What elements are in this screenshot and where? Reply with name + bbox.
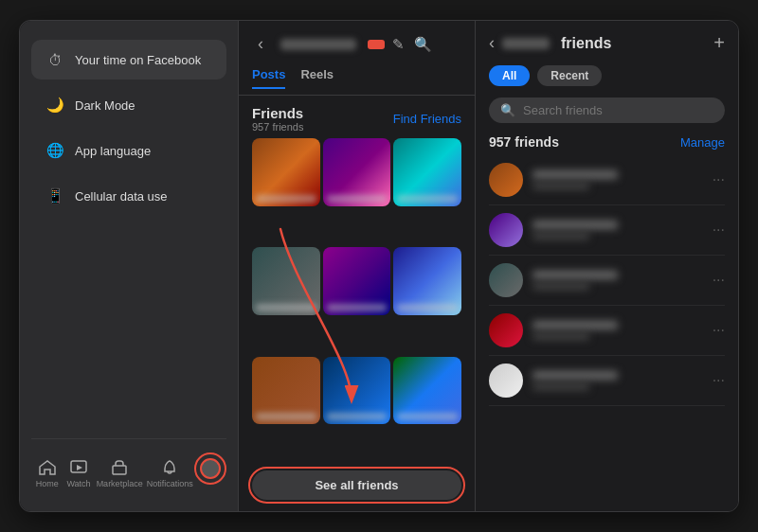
list-item[interactable]: ··· bbox=[489, 356, 725, 406]
friend-cell-name-1 bbox=[256, 195, 316, 203]
friend-cell-5[interactable] bbox=[323, 247, 391, 315]
back-button[interactable]: ‹ bbox=[252, 32, 269, 56]
friend-cell-name-9 bbox=[397, 413, 458, 420]
settings-item-label: Dark Mode bbox=[75, 98, 135, 113]
settings-item-label: App language bbox=[75, 144, 151, 158]
home-icon bbox=[36, 458, 59, 477]
nav-notifications-label: Notifications bbox=[147, 479, 193, 488]
friend-sub-blur bbox=[532, 283, 589, 290]
profile-icon-wrapper bbox=[200, 458, 221, 479]
nav-home[interactable]: Home bbox=[31, 454, 63, 492]
friend-name-blur bbox=[532, 170, 618, 179]
bottom-nav: Home Watch Marketplace bbox=[31, 438, 226, 492]
settings-item-label: Cellular data use bbox=[75, 189, 168, 204]
friend-info bbox=[532, 271, 703, 290]
filter-tab-recent[interactable]: Recent bbox=[537, 65, 602, 86]
profile-red-bar bbox=[368, 40, 385, 49]
nav-marketplace-label: Marketplace bbox=[97, 479, 143, 488]
list-item[interactable]: ··· bbox=[489, 205, 725, 256]
friend-name-blur bbox=[532, 321, 618, 329]
search-icon[interactable]: 🔍 bbox=[414, 36, 432, 53]
friends-section-header: Friends 957 friends Find Friends bbox=[239, 96, 475, 138]
more-icon[interactable]: ··· bbox=[713, 272, 725, 289]
friend-cell-2[interactable] bbox=[323, 138, 391, 206]
nav-notifications[interactable]: Notifications bbox=[145, 454, 195, 492]
friend-cell-6[interactable] bbox=[393, 247, 461, 315]
friend-cell-name-4 bbox=[256, 304, 316, 311]
friends-list-header: ‹ friends + bbox=[476, 21, 738, 62]
profile-tabs: Posts Reels bbox=[239, 62, 475, 96]
search-friends-input[interactable] bbox=[523, 103, 713, 117]
friend-name-blur bbox=[532, 221, 618, 229]
settings-item-language[interactable]: 🌐 App language bbox=[31, 131, 226, 170]
more-icon[interactable]: ··· bbox=[713, 171, 725, 188]
marketplace-icon bbox=[108, 458, 131, 477]
avatar bbox=[489, 263, 523, 297]
friends-back-button[interactable]: ‹ bbox=[489, 33, 495, 53]
filter-tab-all[interactable]: All bbox=[489, 65, 530, 86]
friend-cell-name-7 bbox=[256, 413, 316, 420]
nav-watch-label: Watch bbox=[66, 479, 90, 488]
settings-item-label: Your time on Facebook bbox=[75, 53, 201, 67]
friends-search-bar: 🔍 bbox=[489, 98, 725, 123]
profile-panel: ‹ ✎ 🔍 Posts Reels Friends 957 friends Fi… bbox=[238, 21, 475, 511]
friend-cell-9[interactable] bbox=[393, 357, 461, 425]
profile-header-icons: ✎ 🔍 bbox=[392, 36, 432, 53]
friend-sub-blur bbox=[532, 333, 589, 340]
list-item[interactable]: ··· bbox=[489, 306, 725, 356]
friend-cell-1[interactable] bbox=[252, 138, 320, 206]
settings-item-time[interactable]: ⏱ Your time on Facebook bbox=[31, 40, 226, 80]
friend-grid bbox=[239, 138, 475, 463]
search-icon-right: 🔍 bbox=[500, 103, 515, 117]
watch-icon bbox=[67, 458, 90, 477]
find-friends-link[interactable]: Find Friends bbox=[393, 112, 461, 126]
settings-item-cellular[interactable]: 📱 Cellular data use bbox=[31, 176, 226, 216]
avatar bbox=[489, 213, 523, 247]
friend-sub-blur bbox=[532, 183, 589, 189]
tab-reels[interactable]: Reels bbox=[300, 67, 334, 89]
friends-list-panel: ‹ friends + All Recent 🔍 957 friends Man… bbox=[475, 21, 738, 511]
friends-list: ··· ··· ··· bbox=[476, 155, 738, 511]
nav-profile[interactable] bbox=[195, 454, 226, 492]
friend-sub-blur bbox=[532, 233, 589, 239]
add-friend-button[interactable]: + bbox=[713, 32, 725, 54]
friend-cell-name-8 bbox=[327, 413, 388, 420]
more-icon[interactable]: ··· bbox=[713, 322, 725, 339]
friend-cell-4[interactable] bbox=[252, 247, 320, 315]
globe-icon: 🌐 bbox=[45, 140, 65, 161]
friends-total-count: 957 friends bbox=[489, 134, 559, 150]
list-item[interactable]: ··· bbox=[489, 256, 725, 306]
settings-item-darkmode[interactable]: 🌙 Dark Mode bbox=[31, 85, 226, 125]
edit-icon[interactable]: ✎ bbox=[392, 36, 405, 53]
avatar bbox=[489, 163, 523, 197]
settings-panel: ⏱ Your time on Facebook 🌙 Dark Mode 🌐 Ap… bbox=[20, 21, 238, 511]
list-item[interactable]: ··· bbox=[489, 155, 725, 205]
friend-cell-7[interactable] bbox=[252, 357, 320, 425]
friend-cell-name-5 bbox=[327, 304, 388, 311]
manage-friends-link[interactable]: Manage bbox=[680, 135, 725, 150]
avatar bbox=[489, 364, 523, 398]
profile-header: ‹ ✎ 🔍 bbox=[239, 21, 475, 62]
bell-icon bbox=[158, 458, 181, 477]
moon-icon: 🌙 bbox=[45, 95, 65, 115]
main-panels: ‹ ✎ 🔍 Posts Reels Friends 957 friends Fi… bbox=[238, 21, 738, 511]
friends-section-left: Friends 957 friends bbox=[252, 105, 303, 133]
friends-panel-title: friends bbox=[561, 35, 611, 52]
tab-posts[interactable]: Posts bbox=[252, 67, 285, 89]
nav-marketplace[interactable]: Marketplace bbox=[95, 454, 145, 492]
more-icon[interactable]: ··· bbox=[713, 222, 725, 239]
nav-watch[interactable]: Watch bbox=[63, 454, 94, 492]
phone-icon: 📱 bbox=[45, 186, 65, 206]
friend-cell-8[interactable] bbox=[323, 357, 391, 425]
friends-filter-tabs: All Recent bbox=[476, 62, 738, 90]
see-all-friends-button[interactable]: See all friends bbox=[252, 470, 461, 500]
more-icon[interactable]: ··· bbox=[713, 372, 725, 389]
profile-name-blurred bbox=[280, 39, 356, 50]
avatar bbox=[489, 313, 523, 347]
time-icon: ⏱ bbox=[45, 49, 65, 70]
friend-cell-3[interactable] bbox=[393, 138, 461, 206]
friend-name-blur bbox=[532, 271, 618, 279]
friends-title: Friends bbox=[252, 105, 303, 121]
friend-cell-name-6 bbox=[397, 304, 458, 311]
nav-home-label: Home bbox=[36, 479, 59, 488]
